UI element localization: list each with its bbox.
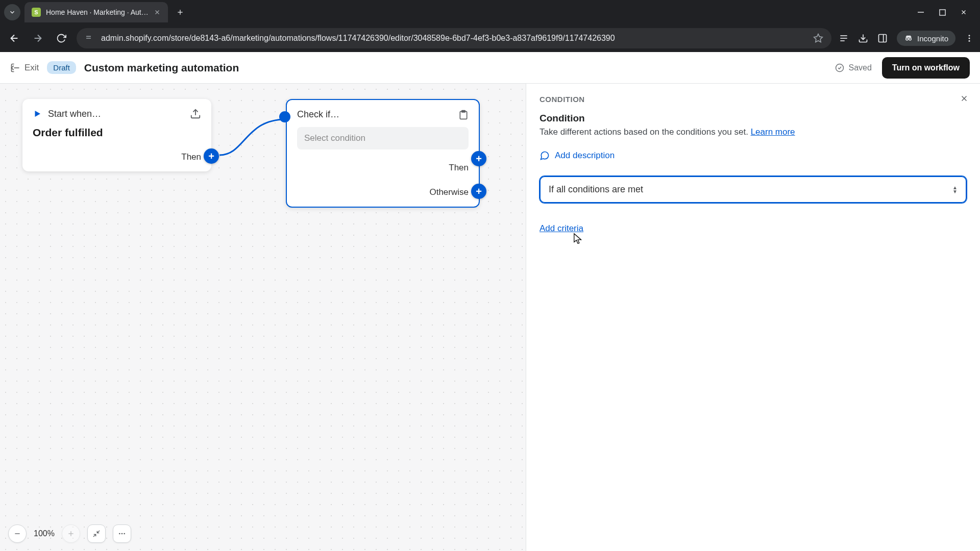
svg-point-23 (969, 35, 970, 36)
add-criteria-link[interactable]: Add criteria (540, 223, 583, 234)
incognito-indicator[interactable]: Incognito (897, 31, 955, 46)
zoom-level: 100% (34, 529, 55, 538)
check-otherwise-label: Otherwise (297, 187, 469, 197)
toolbar-right: Incognito (839, 31, 974, 46)
svg-point-22 (909, 38, 912, 40)
tab-bar: Home Haven · Marketing · Aut… (0, 0, 980, 24)
workflow-canvas[interactable]: Start when… Order fulfilled Then + Check… (0, 84, 526, 551)
media-control-icon[interactable] (839, 33, 849, 43)
svg-point-21 (906, 38, 909, 40)
main: Start when… Order fulfilled Then + Check… (0, 84, 980, 551)
clipboard-icon[interactable] (458, 110, 469, 120)
svg-point-37 (121, 533, 123, 535)
exit-button[interactable]: Exit (10, 63, 39, 73)
check-then-label: Then (297, 163, 469, 173)
check-node-heading: Check if… (297, 109, 339, 120)
saved-label: Saved (848, 63, 871, 72)
trigger-name: Order fulfilled (33, 127, 201, 139)
panel-description: Take different actions based on the cond… (540, 127, 967, 137)
tab-title: Home Haven · Marketing · Aut… (46, 8, 149, 16)
start-node-heading: Start when… (48, 109, 101, 119)
zoom-out-button[interactable] (8, 524, 27, 543)
close-tab-icon[interactable] (154, 9, 161, 16)
bookmark-icon[interactable] (813, 33, 823, 43)
check-node[interactable]: Check if… Select condition Then Otherwis… (286, 99, 480, 208)
then-port[interactable]: + (471, 151, 486, 166)
start-then-label: Then (33, 152, 201, 162)
url-box[interactable]: admin.shopify.com/store/de8143-a6/market… (77, 28, 831, 48)
learn-more-link[interactable]: Learn more (751, 127, 795, 137)
new-tab-button[interactable] (172, 4, 188, 20)
forward-button[interactable] (30, 30, 46, 46)
saved-indicator: Saved (835, 63, 871, 72)
svg-line-35 (93, 534, 96, 537)
add-description-button[interactable]: Add description (540, 151, 967, 161)
svg-point-24 (969, 38, 970, 39)
svg-rect-5 (939, 9, 945, 15)
incognito-label: Incognito (917, 34, 948, 43)
mouse-cursor (573, 233, 584, 246)
svg-point-27 (836, 64, 844, 71)
fit-view-button[interactable] (87, 524, 106, 543)
svg-rect-19 (879, 35, 887, 42)
app-header: Exit Draft Custom marketing automation S… (0, 52, 980, 84)
condition-panel: CONDITION Condition Take different actio… (526, 84, 980, 551)
reload-button[interactable] (53, 30, 69, 46)
select-condition-placeholder[interactable]: Select condition (297, 127, 469, 149)
tab-search-dropdown[interactable] (4, 4, 20, 20)
play-icon (33, 109, 42, 118)
import-icon[interactable] (190, 108, 201, 119)
select-arrows-icon: ▲▼ (952, 186, 958, 194)
svg-rect-30 (462, 110, 465, 112)
url-text: admin.shopify.com/store/de8143-a6/market… (101, 34, 806, 43)
svg-point-36 (119, 533, 120, 535)
svg-marker-14 (814, 34, 823, 42)
add-description-label: Add description (555, 151, 615, 161)
close-panel-button[interactable] (960, 94, 969, 103)
otherwise-port[interactable]: + (471, 184, 486, 199)
zoom-in-button[interactable] (62, 524, 80, 543)
window-controls (917, 9, 976, 16)
status-badge: Draft (47, 61, 76, 74)
maximize-button[interactable] (938, 9, 946, 16)
exit-label: Exit (24, 63, 39, 73)
browser-menu-icon[interactable] (965, 34, 974, 43)
downloads-icon[interactable] (858, 33, 868, 43)
add-step-port[interactable]: + (204, 148, 219, 164)
condition-mode-select[interactable]: If all conditions are met ▲▼ (540, 176, 967, 203)
panel-title: Condition (540, 113, 967, 124)
close-window-button[interactable] (960, 9, 968, 16)
input-port (279, 111, 290, 122)
browser-tab[interactable]: Home Haven · Marketing · Aut… (24, 2, 168, 22)
svg-point-38 (124, 533, 125, 535)
page-title: Custom marketing automation (84, 62, 239, 74)
start-node[interactable]: Start when… Order fulfilled Then + (22, 99, 211, 171)
minimize-button[interactable] (917, 9, 925, 16)
svg-line-34 (97, 531, 100, 533)
back-button[interactable] (6, 30, 22, 46)
side-panel-icon[interactable] (877, 33, 888, 43)
condition-mode-value: If all conditions are met (549, 184, 643, 195)
svg-point-25 (969, 40, 970, 42)
shopify-favicon (32, 8, 41, 17)
turn-on-workflow-button[interactable]: Turn on workflow (882, 57, 970, 79)
canvas-toolbar: 100% (8, 524, 131, 543)
site-info-icon[interactable] (85, 34, 94, 43)
address-bar: admin.shopify.com/store/de8143-a6/market… (0, 24, 980, 52)
more-canvas-actions[interactable] (113, 524, 131, 543)
svg-marker-28 (35, 111, 41, 117)
browser-chrome: Home Haven · Marketing · Aut… admin.shop… (0, 0, 980, 52)
panel-section-label: CONDITION (540, 95, 967, 104)
